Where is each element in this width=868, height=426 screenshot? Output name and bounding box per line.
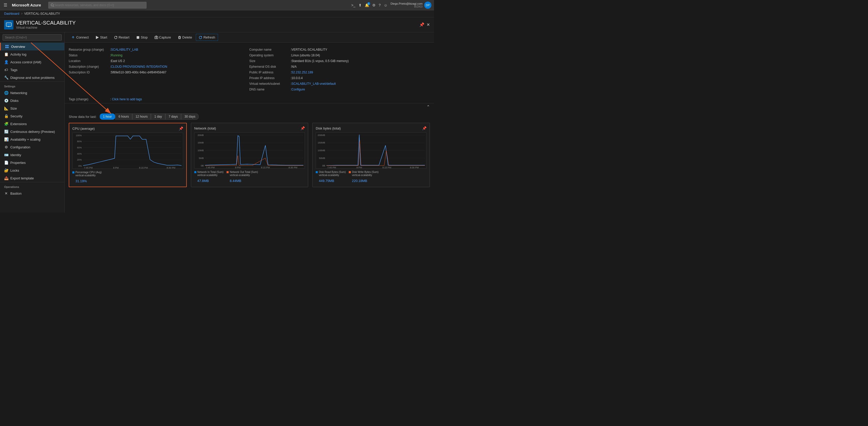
disk-chart-legend: Disk Read Bytes (Sum) vertical-scalabili…	[316, 171, 427, 183]
svg-text:5MB: 5MB	[199, 157, 204, 160]
sidebar-item-continuous-delivery[interactable]: 🔄 Continuous delivery (Preview)	[0, 128, 64, 136]
sidebar-item-security[interactable]: 🔒 Security	[0, 112, 64, 120]
sidebar-item-properties[interactable]: 📄 Properties	[0, 159, 64, 167]
sidebar-item-locks[interactable]: 🔐 Locks	[0, 167, 64, 174]
svg-rect-3	[7, 24, 10, 26]
close-window-button[interactable]: ✕	[427, 22, 430, 27]
resource-title-area: VERTICAL-SCALABILITY Virtual machine	[4, 20, 76, 29]
public-ip-value[interactable]: 52.232.252.189	[291, 70, 313, 74]
breadcrumb-separator: >	[21, 12, 23, 16]
breadcrumb-home[interactable]: Dashboard	[4, 12, 20, 16]
sidebar-item-identity[interactable]: 🪪 Identity	[0, 151, 64, 159]
tags-icon: 🏷	[4, 68, 8, 72]
time-pill-6hours[interactable]: 6 hours	[115, 113, 132, 120]
feedback-icon[interactable]: ☺	[383, 3, 387, 7]
info-row-location: Location : East US 2	[69, 58, 249, 64]
notification-icon[interactable]: 🔔1	[365, 3, 369, 7]
start-label: Start	[100, 35, 107, 39]
sidebar-search-input[interactable]	[3, 34, 62, 40]
sidebar-item-tags[interactable]: 🏷 Tags	[0, 66, 64, 74]
info-row-ephemeral: Ephemeral OS disk : N/A	[249, 64, 430, 69]
network-out-legend-dot	[226, 171, 228, 173]
dns-label: DNS name	[249, 88, 291, 91]
cpu-chart-area: 100% 80% 60% 40% 20% 0% 7:45 PM 8 PM 8:1…	[72, 133, 183, 169]
sidebar-item-extensions[interactable]: 🧩 Extensions	[0, 120, 64, 128]
svg-text:20MB: 20MB	[197, 134, 204, 137]
sidebar-item-disks[interactable]: 💿 Disks	[0, 97, 64, 105]
tags-value[interactable]: Click here to add tags	[112, 97, 142, 101]
refresh-button[interactable]: Refresh	[196, 34, 218, 41]
status-label: Status	[69, 54, 110, 57]
svg-text:0%: 0%	[78, 165, 82, 167]
disk-chart-pin-button[interactable]: 📌	[422, 126, 427, 130]
svg-text:200MB: 200MB	[318, 134, 325, 137]
hamburger-icon[interactable]: ☰	[3, 2, 8, 8]
cloud-shell-icon[interactable]: >_	[351, 3, 355, 7]
global-search[interactable]	[48, 2, 147, 8]
cpu-chart-svg: 100% 80% 60% 40% 20% 0% 7:45 PM 8 PM 8:1…	[72, 133, 183, 169]
dns-value[interactable]: Configure	[291, 88, 305, 91]
resource-group-value[interactable]: SCALABILITY_LAB	[111, 48, 138, 52]
svg-text:8:15 PM: 8:15 PM	[382, 166, 392, 168]
time-pill-1hour[interactable]: 1 hour	[100, 113, 115, 120]
vnet-value[interactable]: SCALABILITY_LAB-vnet/default	[291, 82, 336, 86]
network-chart-pin-button[interactable]: 📌	[301, 126, 305, 130]
restart-button[interactable]: Restart	[111, 34, 132, 41]
sidebar-item-configuration[interactable]: ⚙ Configuration	[0, 143, 64, 151]
upload-icon[interactable]: ⬆	[359, 3, 362, 7]
delete-button[interactable]: Delete	[175, 34, 195, 41]
resource-type: Virtual machine	[16, 26, 76, 29]
tags-row: Tags (change) : Click here to add tags	[65, 96, 434, 103]
start-button[interactable]: Start	[92, 34, 110, 41]
avatar: DP	[424, 2, 431, 9]
availability-icon: 📊	[4, 137, 8, 141]
capture-button[interactable]: Capture	[152, 34, 174, 41]
disk-write-legend-dot	[349, 171, 351, 173]
help-icon[interactable]: ?	[379, 3, 381, 7]
pin-window-button[interactable]: 📌	[419, 22, 425, 27]
time-pill-30days[interactable]: 30 days	[181, 113, 199, 120]
svg-text:10MB: 10MB	[197, 149, 204, 152]
time-pill-7days[interactable]: 7 days	[165, 113, 181, 120]
info-row-public-ip: Public IP address : 52.232.252.189	[249, 69, 430, 75]
sidebar-item-diagnose[interactable]: 🔧 Diagnose and solve problems	[0, 74, 64, 81]
svg-text:7:45 PM: 7:45 PM	[84, 167, 93, 169]
sidebar-item-networking[interactable]: 🌐 Networking	[0, 89, 64, 97]
cpu-chart-legend: Percentage CPU (Avg) vertical-scalabilit…	[72, 171, 183, 183]
topbar: ☰ Microsoft Azure >_ ⬆ 🔔1 ⚙ ? ☺ Diego.Pr…	[0, 0, 434, 10]
settings-icon[interactable]: ⚙	[372, 3, 376, 7]
sidebar-item-activity-log[interactable]: 📋 Activity log	[0, 50, 64, 58]
disk-write-value: 220.18MB	[352, 178, 378, 183]
sidebar-item-access-control[interactable]: 👤 Access control (IAM)	[0, 58, 64, 66]
search-input[interactable]	[54, 3, 144, 7]
private-ip-value: 10.0.0.4	[291, 76, 303, 80]
network-in-legend-item: Network In Total (Sum) vertical-scalabil…	[194, 171, 224, 183]
stop-button[interactable]: Stop	[133, 34, 151, 41]
toolbar: Connect Start Restart Stop Capture Delet…	[65, 32, 434, 42]
sidebar-item-export-template[interactable]: 📤 Export template	[0, 174, 64, 182]
svg-text:8:15 PM: 8:15 PM	[261, 166, 270, 168]
sidebar-item-size[interactable]: 📐 Size	[0, 105, 64, 112]
delete-icon	[178, 36, 181, 39]
status-value: Running	[111, 54, 122, 57]
bastion-icon: ✕	[4, 191, 8, 195]
connect-button[interactable]: Connect	[69, 34, 91, 41]
time-pill-12hours[interactable]: 12 hours	[132, 113, 151, 120]
disk-chart-title-row: Disk bytes (total) 📌	[316, 126, 427, 130]
content-area: Connect Start Restart Stop Capture Delet…	[65, 32, 434, 213]
sidebar-item-bastion[interactable]: ✕ Bastion	[0, 190, 64, 197]
svg-text:20%: 20%	[77, 159, 82, 161]
user-org: BIZAGI	[391, 5, 423, 8]
time-pill-1day[interactable]: 1 day	[151, 113, 165, 120]
collapse-icon[interactable]: ⌃	[427, 105, 430, 109]
svg-point-0	[51, 4, 53, 6]
resource-icon	[4, 20, 13, 29]
svg-rect-7	[7, 45, 8, 46]
delete-label: Delete	[182, 35, 192, 39]
cpu-chart-pin-button[interactable]: 📌	[179, 126, 183, 131]
user-menu[interactable]: Diego.Prieto@bizagi.com BIZAGI DP	[391, 2, 431, 9]
subscription-value[interactable]: CLOUD PROVISIONING INTEGRATION	[111, 65, 167, 68]
sidebar-item-availability[interactable]: 📊 Availability + scaling	[0, 136, 64, 143]
sidebar-item-overview[interactable]: Overview	[0, 42, 64, 50]
disk-read-legend-text: Disk Read Bytes (Sum) vertical-scalabili…	[319, 171, 346, 183]
